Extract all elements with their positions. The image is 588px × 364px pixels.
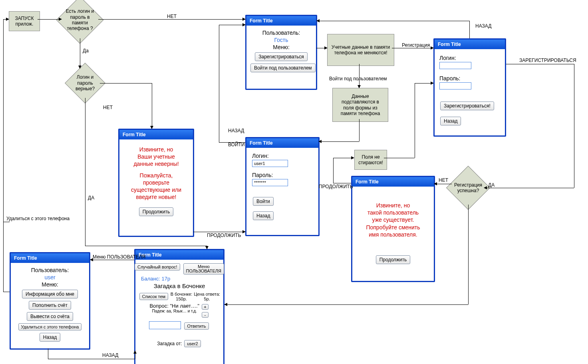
continue-button[interactable]: Продолжить [139,207,174,216]
withdraw-button[interactable]: Вывести со счёта [27,312,73,321]
edge-label-no: НЕТ [103,105,113,110]
decision-has-login-text: Есть логин и пароль в памяти телефона ? [56,0,104,44]
edge [333,158,334,183]
edge [135,351,135,359]
riddle-author[interactable]: user2 [184,340,201,347]
answer-button[interactable]: Ответить [184,322,209,330]
login-label: Логин: [252,153,313,159]
minus-button[interactable]: - [202,312,208,318]
topup-button[interactable]: Пополнить счёт [29,301,71,310]
login-label: Логин: [439,55,500,61]
edge [3,292,10,292]
form-guest: Form Title Пользователь: Гость Меню: Зар… [245,15,317,90]
form-title: Form Title [352,177,434,187]
process-data-substituted-text: Данные подставляются в поля формы из пам… [341,93,380,117]
edge [333,183,351,183]
user-value: user [14,274,86,280]
answer-input[interactable] [149,321,181,329]
edge-label-yes-caps: ДА [488,182,495,188]
reg-error-text: Извините, но такой пользователь уже суще… [356,202,431,238]
menu-label: Меню: [250,44,313,50]
info-button[interactable]: Информация обо мне [22,290,78,298]
edge-label-no: НЕТ [439,177,448,183]
edge-label-delete: Удалиться с этого телефона [6,216,70,221]
login-button[interactable]: Войти [253,197,274,206]
edge [152,83,152,129]
edge-label-back: НАЗАД [228,128,244,133]
login-input[interactable]: user1 [252,160,288,167]
register-submit-button[interactable]: Зарегистрироваться! [440,101,494,110]
edge [392,48,433,48]
edge [80,38,80,68]
edge [3,19,4,292]
edge [219,25,219,142]
form-title: Form Title [246,16,316,26]
edge [415,83,415,158]
edge [3,19,9,20]
edge-label-register-caps: ЗАРЕГИСТРИРОВАТЬСЯ [519,58,576,63]
edge [469,21,470,38]
form-riddle: Form Title Случайный вопрос! Меню ПОЛЬЗО… [134,249,224,364]
edge [38,19,62,20]
riddle-from-label: Загадка от: [157,341,182,346]
login-input[interactable] [439,62,471,69]
back-button[interactable]: Назад [440,117,461,125]
process-fields-not-cleared: Поля не стираются! [354,150,387,170]
balance-text: Баланс: 17р [141,276,221,282]
edge-label-login-under-user: Войти под пользователем [329,76,387,82]
form-title: Form Title [435,40,505,49]
edge-label-yes-caps: ДА [88,195,94,201]
continue-button[interactable]: Продолжить [376,255,411,264]
answer-price-value: 5р. [204,296,210,301]
edge [224,304,468,305]
form-login: Form Title Логин: user1 Пароль: ******* … [245,137,320,236]
form-user-menu: Form Title Пользователь: user Меню: Инфо… [10,252,90,350]
process-creds-unchanged-text: Учетные данные в памяти телефона не меня… [332,44,390,56]
form-reg-error: Form Title Извините, но такой пользовате… [351,176,435,282]
in-barrel-label: В бочонке: [171,292,193,296]
decision-login-correct: Логин и пароль верные? [65,63,105,103]
password-label: Пароль: [252,172,313,178]
user-label: Пользователь: [14,267,86,273]
plus-button[interactable]: + [202,304,208,310]
decision-login-correct-text: Логин и пароль верные? [65,63,105,103]
process-creds-unchanged: Учетные данные в памяти телефона не меня… [327,34,394,66]
delete-from-phone-button[interactable]: Удалиться с этого телефона [18,323,82,330]
edge [48,348,48,359]
register-button[interactable]: Зарегистрироваться [255,52,307,61]
edge-label-no: НЕТ [167,14,177,19]
edge-label-continue: ПРОДОЛЖИТЬ [207,233,241,238]
riddle-heading: Загадка в Бочонке [138,282,221,289]
edge [574,64,574,188]
user-menu-button[interactable]: Меню ПОЛЬЗОВАТЕЛЯ [183,263,224,274]
password-label: Пароль: [439,75,500,82]
edge [468,205,469,304]
edge-label-user-menu: Меню ПОЛЬЗОВАТЕЛЯ [93,254,145,260]
back-button[interactable]: Назад [253,211,274,220]
form-title: Form Title [119,130,193,139]
edge [333,158,354,158]
decision-has-login: Есть логин и пароль в памяти телефона ? [56,0,104,44]
process-data-substituted: Данные подставляются в поля формы из пам… [332,88,388,122]
back-button[interactable]: Назад [40,333,60,342]
user-value: Гость [250,37,313,43]
form-error-creds: Form Title Извините, но Ваши учетные дан… [118,129,194,237]
login-as-user-button[interactable]: Войти под пользователем [250,64,316,72]
password-input[interactable] [439,82,471,90]
edge [48,359,135,359]
error-text-1: Извините, но Ваши учетные данные неверны… [123,146,190,168]
form-title: Form Title [135,250,223,260]
password-input[interactable]: ******* [252,179,288,186]
form-register: Form Title Логин: Пароль: Зарегистрирова… [433,38,506,137]
topics-button[interactable]: Список тем [139,293,168,300]
start-text: ЗАПУСК прилож. [15,16,34,27]
edge [207,246,207,249]
answer-price-label: Цена ответа: [194,292,220,296]
edge [90,260,134,260]
question-text: Вопрос: "Ни лает…." [149,303,199,309]
random-question-button[interactable]: Случайный вопрос! [135,263,180,271]
process-fields-not-cleared-text: Поля не стираются! [358,154,383,166]
edge [3,222,10,222]
edge [317,21,469,21]
edge-label-enter: ВОЙТИ [228,142,245,147]
